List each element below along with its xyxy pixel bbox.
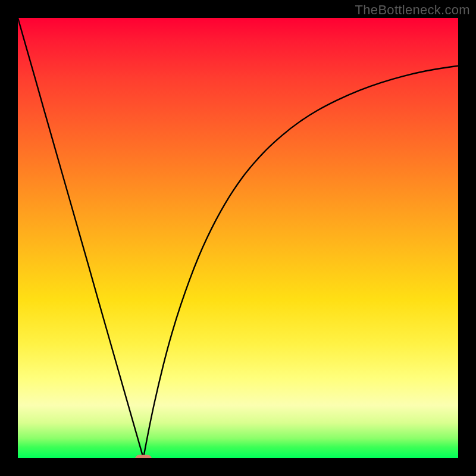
watermark-text: TheBottleneck.com xyxy=(355,2,470,18)
curve-left-branch xyxy=(18,18,143,458)
curve-right-branch xyxy=(143,66,458,458)
bottleneck-curve xyxy=(18,18,458,458)
chart-frame: TheBottleneck.com xyxy=(0,0,476,476)
optimum-marker xyxy=(135,455,152,458)
plot-area xyxy=(18,18,458,458)
